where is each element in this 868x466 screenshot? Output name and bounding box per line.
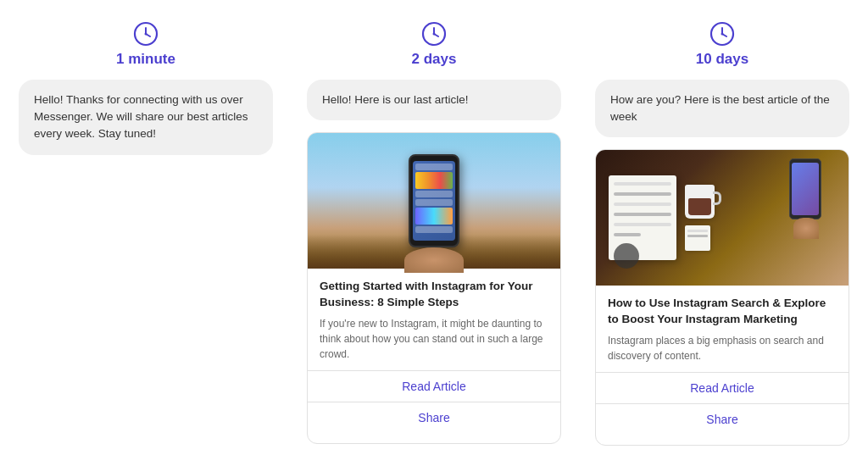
clock-icon-3 <box>709 20 736 47</box>
svg-point-7 <box>433 32 436 35</box>
time-text-1: 1 minute <box>116 51 175 68</box>
share-button-2[interactable]: Share <box>320 402 548 433</box>
phone-in-hand-3 <box>789 158 832 235</box>
share-button-3[interactable]: Share <box>608 404 837 435</box>
time-label-3: 10 days <box>696 20 748 68</box>
card-title-2: Getting Started with Instagram for Your … <box>320 279 548 311</box>
time-text-2: 2 days <box>412 51 457 68</box>
clock-icon-2 <box>420 20 448 47</box>
paper-magazine-3 <box>609 175 676 260</box>
chat-bubble-1: Hello! Thanks for connecting with us ove… <box>19 80 273 155</box>
card-image-3 <box>596 150 849 286</box>
article-card-2: Getting Started with Instagram for Your … <box>307 132 561 444</box>
read-article-button-2[interactable]: Read Article <box>320 371 548 402</box>
time-text-3: 10 days <box>696 51 748 68</box>
time-label-2: 2 days <box>412 20 457 68</box>
time-label-1: 1 minute <box>116 20 175 68</box>
card-image-2 <box>308 133 560 269</box>
svg-point-3 <box>145 32 147 35</box>
phone-screen-2 <box>413 161 455 241</box>
read-article-button-3[interactable]: Read Article <box>608 373 837 403</box>
main-container: 1 minute Hello! Thanks for connecting wi… <box>19 20 849 446</box>
column-10-days: 10 days How are you? Here is the best ar… <box>595 20 849 446</box>
card-title-3: How to Use Instagram Search & Explore to… <box>608 296 837 328</box>
coffee-cup-3 <box>685 185 715 219</box>
card-body-3: How to Use Instagram Search & Explore to… <box>596 286 849 445</box>
column-2-days: 2 days Hello! Here is our last article! <box>307 20 561 444</box>
article-card-3: How to Use Instagram Search & Explore to… <box>595 149 849 446</box>
svg-point-11 <box>721 32 723 35</box>
chat-bubble-2: Hello! Here is our last article! <box>307 80 561 120</box>
chat-bubble-3: How are you? Here is the best article of… <box>595 80 849 138</box>
card-desc-3: Instagram places a big emphasis on searc… <box>608 333 837 363</box>
card-body-2: Getting Started with Instagram for Your … <box>308 269 560 443</box>
card-desc-2: If you're new to Instagram, it might be … <box>320 316 548 362</box>
hand-2 <box>404 247 464 273</box>
column-1-minute: 1 minute Hello! Thanks for connecting wi… <box>19 20 273 155</box>
clock-icon-1 <box>132 20 159 47</box>
phone-device-2 <box>409 154 459 247</box>
